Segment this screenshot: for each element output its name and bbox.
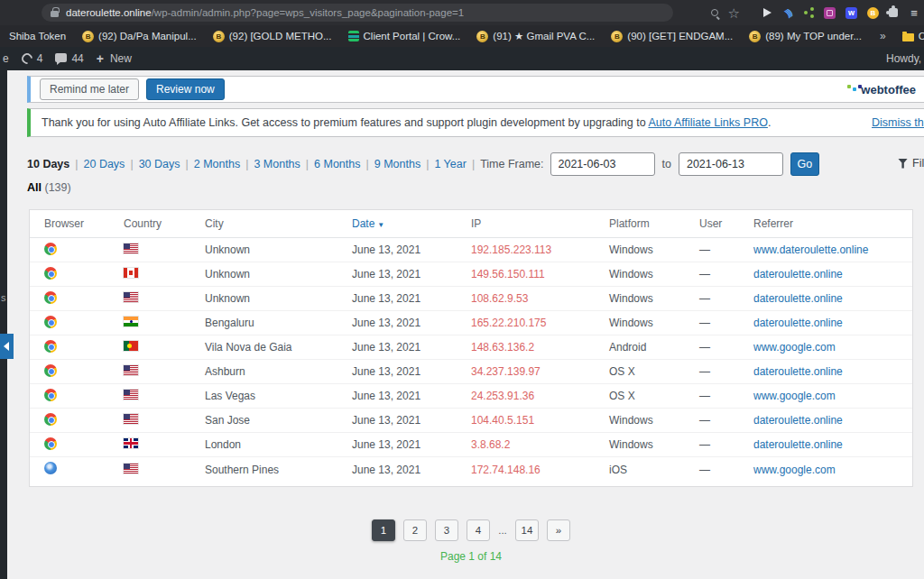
menu-icon[interactable] [908, 6, 920, 19]
referrer-link[interactable]: dateroulette.online [753, 292, 843, 305]
bookmark-item[interactable]: Shiba Token [9, 31, 66, 41]
filter-range-link[interactable]: 9 Months [374, 158, 420, 170]
referrer-cell: www.google.com [753, 464, 912, 476]
page-button[interactable]: 14 [515, 519, 539, 541]
browser-cell [44, 437, 124, 453]
signal-icon[interactable] [779, 4, 796, 21]
page-button[interactable]: 4 [467, 519, 490, 541]
referrer-cell: dateroulette.online [753, 438, 912, 451]
webtoffee-logo: webtoffee [853, 83, 916, 96]
comments-button[interactable]: 44 [55, 52, 83, 65]
search-icon[interactable] [711, 9, 718, 16]
referrer-cell: dateroulette.online [753, 365, 912, 378]
filter-range-link[interactable]: 2 Months [194, 158, 240, 170]
country-flag-icon [124, 414, 138, 424]
city-cell: Southern Pines [205, 464, 352, 476]
country-flag-icon [124, 341, 138, 351]
update-icon [19, 51, 34, 67]
ip-cell: 104.40.5.151 [471, 414, 609, 427]
other-bookmarks[interactable]: Other bookmarks [902, 31, 924, 41]
other-bookmarks-label: Other bookmarks [919, 31, 924, 41]
filter-label: Filter [912, 157, 924, 170]
pagination: 1234...14» [29, 519, 913, 541]
referrer-link[interactable]: www.dateroulette.online [753, 244, 868, 256]
bookmark-item[interactable]: (91) ★ Gmail PVA C... [476, 30, 595, 42]
date-cell: June 13, 2021 [352, 292, 471, 305]
filter-range-link[interactable]: 20 Days [84, 158, 125, 170]
purple-extension-icon[interactable] [824, 7, 836, 19]
w-extension-icon[interactable] [845, 7, 857, 19]
table-body: Unknown June 13, 2021 192.185.223.113 Wi… [30, 238, 912, 482]
platform-cell: OS X [609, 365, 699, 378]
bookmarks-overflow-chevron[interactable]: » [880, 30, 886, 42]
header-date[interactable]: Date▼ [352, 217, 471, 230]
date-to-input[interactable] [679, 152, 783, 176]
coin-extension-icon[interactable] [867, 7, 879, 19]
bookmark-star-icon[interactable]: ☆ [728, 6, 740, 20]
table-row: Unknown June 13, 2021 149.56.150.111 Win… [30, 262, 912, 287]
review-now-button[interactable]: Review now [146, 78, 225, 100]
bookmark-item[interactable]: Client Portal | Crow... [348, 31, 461, 41]
howdy-menu[interactable]: Howdy, adm [886, 52, 924, 65]
platform-cell: iOS [609, 464, 699, 476]
url-text: dateroulette.online/wp-admin/admin.php?p… [66, 7, 464, 18]
filter-range-link[interactable]: 3 Months [254, 158, 300, 170]
bookmark-item[interactable]: (89) My TOP under... [749, 31, 862, 42]
comment-icon [55, 53, 67, 62]
bookmark-item[interactable]: (92) Da/Pa Manipul... [82, 31, 197, 42]
view-all-count: (139) [44, 181, 70, 194]
country-cell [124, 244, 205, 256]
date-cell: June 13, 2021 [352, 365, 471, 378]
bookmark-item[interactable]: (90) [GET] ENDGAM... [611, 31, 733, 42]
bookmark-favicon [476, 31, 488, 42]
browser-cell [44, 243, 124, 258]
referrer-link[interactable]: www.google.com [753, 390, 836, 402]
site-name-fragment[interactable]: e [3, 52, 9, 65]
date-cell: June 13, 2021 [352, 341, 471, 354]
date-from-input[interactable] [550, 152, 655, 176]
filter-range-link[interactable]: 1 Year [434, 158, 466, 170]
referrer-link[interactable]: www.google.com [753, 341, 836, 354]
share-node-icon[interactable] [804, 11, 808, 14]
go-button[interactable]: Go [790, 152, 819, 176]
updates-button[interactable]: 4 [22, 52, 43, 65]
affiliate-notice-text: Thank you for using Auto Affiliate Links… [42, 116, 771, 129]
filter-toggle[interactable]: Filter [898, 157, 924, 170]
referrer-link[interactable]: dateroulette.online [753, 317, 843, 329]
page-button[interactable]: 1 [372, 519, 395, 541]
volume-icon[interactable] [763, 8, 772, 17]
page-button[interactable]: 3 [435, 519, 458, 541]
bookmark-item[interactable]: (92) [GOLD METHO... [213, 31, 332, 42]
referrer-link[interactable]: dateroulette.online [753, 365, 843, 378]
platform-cell: Windows [609, 268, 699, 280]
referrer-link[interactable]: dateroulette.online [753, 268, 843, 280]
user-cell: — [699, 414, 753, 427]
address-bar[interactable]: dateroulette.online/wp-admin/admin.php?p… [42, 4, 673, 22]
new-button[interactable]: + New [97, 51, 132, 66]
affiliate-pro-link[interactable]: Auto Affiliate Links PRO [648, 116, 767, 129]
page-button[interactable]: 2 [403, 519, 427, 541]
collapse-menu-button[interactable] [0, 334, 14, 359]
sort-desc-icon: ▼ [377, 221, 384, 229]
referrer-link[interactable]: dateroulette.online [753, 438, 843, 451]
lock-icon[interactable] [51, 11, 59, 17]
browser-icon [44, 364, 57, 377]
remind-later-button[interactable]: Remind me later [40, 78, 139, 100]
referrer-link[interactable]: dateroulette.online [753, 414, 843, 427]
table-row: Unknown June 13, 2021 108.62.9.53 Window… [30, 287, 912, 311]
user-cell: — [699, 390, 753, 402]
city-cell: Unknown [205, 268, 352, 280]
city-cell: Vila Nova de Gaia [205, 341, 352, 354]
extensions-puzzle-icon[interactable] [889, 8, 898, 17]
dismiss-notice-link[interactable]: Dismiss this notice [872, 116, 924, 129]
view-all-link[interactable]: All [27, 181, 42, 194]
filter-range-link[interactable]: 30 Days [139, 158, 180, 170]
browser-cell [44, 413, 124, 428]
date-cell: June 13, 2021 [352, 268, 471, 280]
next-page-button[interactable]: » [547, 519, 570, 541]
referrer-link[interactable]: www.google.com [753, 464, 836, 476]
header-country: Country [124, 217, 205, 230]
updates-count: 4 [37, 52, 43, 65]
separator: | [185, 158, 188, 170]
filter-range-link[interactable]: 6 Months [314, 158, 360, 170]
